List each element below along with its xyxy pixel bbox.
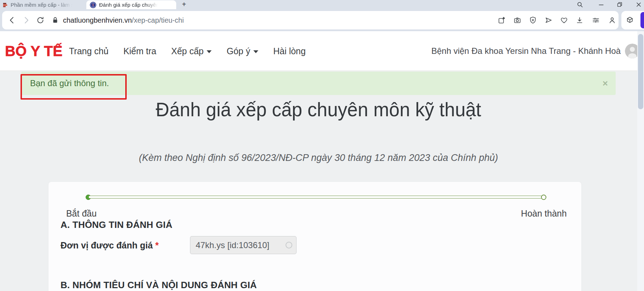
chevron-down-icon xyxy=(253,50,258,53)
window-restore-icon[interactable] xyxy=(614,0,625,9)
account-area: Bệnh viện Đa khoa Yersin Nha Trang - Khá… xyxy=(431,31,640,71)
unit-input-value: 47kh.ys [id:103610] xyxy=(196,236,269,254)
alert-message: Bạn đã gửi thông tin. xyxy=(30,72,109,95)
nav-item-hai-long[interactable]: Hài lòng xyxy=(273,46,306,56)
downloads-icon[interactable] xyxy=(575,16,584,24)
site-header: BỘ Y TẾ Trang chủ Kiểm tra Xếp cấp Góp ý… xyxy=(0,31,644,71)
section-a-heading: A. THÔNG TIN ĐÁNH GIÁ xyxy=(61,219,172,230)
send-icon[interactable] xyxy=(544,16,553,24)
nav-item-trang-chu[interactable]: Trang chủ xyxy=(69,46,109,56)
address-bar[interactable]: chatluongbenhvien.vn/xep-cap/tieu-chi xyxy=(63,11,184,29)
required-asterisk: * xyxy=(155,240,159,250)
tune-sliders-icon[interactable] xyxy=(592,16,600,24)
copilot-sidebar-button[interactable] xyxy=(640,12,644,28)
profile-icon[interactable] xyxy=(608,16,616,24)
nav-item-gop-y[interactable]: Góp ý xyxy=(226,46,258,56)
browser-tab-strip: Phần mềm xếp cấp - làm s Đánh giá xếp cấ… xyxy=(0,0,644,9)
progress-end-label: Hoàn thành xyxy=(517,208,570,219)
reload-icon[interactable] xyxy=(36,16,45,24)
progress-end-circle xyxy=(541,195,546,200)
ministry-logo[interactable]: BỘ Y TẾ xyxy=(5,31,63,71)
tab-inactive-title: Phần mềm xếp cấp - làm s xyxy=(11,2,74,8)
new-tab-button[interactable]: + xyxy=(179,0,189,9)
progress-start-label: Bắt đầu xyxy=(57,208,106,219)
back-icon[interactable] xyxy=(8,16,16,24)
unit-field-label: Đơn vị được đánh giá* xyxy=(61,240,159,251)
web-capture-icon[interactable] xyxy=(498,16,506,24)
account-name[interactable]: Bệnh viện Đa khoa Yersin Nha Trang - Khá… xyxy=(431,46,621,56)
section-b-heading: B. NHÓM TIÊU CHÍ VÀ NỘI DUNG ĐÁNH GIÁ xyxy=(61,280,257,291)
forward-icon xyxy=(22,16,30,24)
unit-input[interactable]: 47kh.ys [id:103610] xyxy=(190,236,297,254)
tab-search-icon[interactable] xyxy=(575,0,585,9)
window-close-icon[interactable] xyxy=(633,0,644,9)
main-nav: Trang chủ Kiểm tra Xếp cấp Góp ý Hài lòn… xyxy=(69,31,306,71)
chevron-down-icon xyxy=(207,50,212,53)
tab-active[interactable]: Đánh giá xếp cấp chuyên xyxy=(86,0,176,9)
nav-item-xep-cap[interactable]: Xếp cấp xyxy=(171,46,212,56)
document-favicon-icon xyxy=(3,2,8,7)
shield-x-icon[interactable] xyxy=(529,16,537,24)
ministry-of-health-favicon-icon xyxy=(90,2,96,8)
progress-track xyxy=(88,196,542,198)
cube-apps-icon[interactable] xyxy=(626,16,634,24)
browser-toolbar: chatluongbenhvien.vn/xep-cap/tieu-chi xyxy=(0,9,644,31)
spinner-ring-icon xyxy=(286,242,292,248)
page-title: Đánh giá xếp cấp chuyên môn kỹ thuật xyxy=(16,98,621,121)
lock-icon[interactable] xyxy=(51,16,59,24)
tab-active-title: Đánh giá xếp cấp chuyên xyxy=(99,2,159,8)
window-minimize-icon[interactable] xyxy=(596,0,606,9)
url-host: chatluongbenhvien.vn xyxy=(63,16,132,24)
camera-icon[interactable] xyxy=(513,16,522,24)
nav-item-kiem-tra[interactable]: Kiểm tra xyxy=(123,46,156,56)
address-bar-container: chatluongbenhvien.vn/xep-cap/tieu-chi xyxy=(2,11,619,29)
success-alert: Bạn đã gửi thông tin. × xyxy=(21,72,616,95)
favorites-heart-icon[interactable] xyxy=(560,16,568,24)
tab-inactive[interactable]: Phần mềm xếp cấp - làm s xyxy=(1,0,86,9)
scrollbar-thumb[interactable] xyxy=(638,34,643,109)
page-subtitle: (Kèm theo Nghị định số 96/2023/NĐ-CP ngà… xyxy=(0,152,637,163)
alert-close-icon[interactable]: × xyxy=(603,72,608,95)
url-path: /xep-cap/tieu-chi xyxy=(132,16,184,24)
